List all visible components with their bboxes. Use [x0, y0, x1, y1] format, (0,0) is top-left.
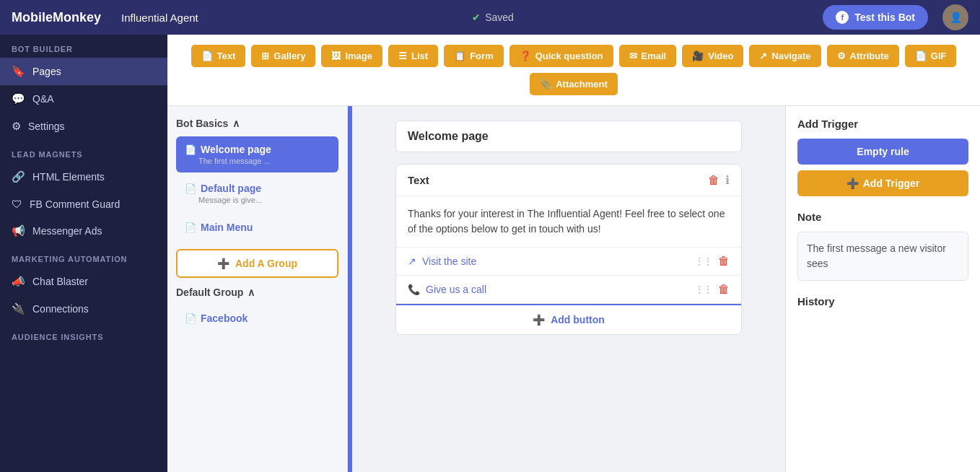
main-layout: BOT BUILDER 🔖 Pages 💬 Q&A ⚙ Settings LEA…	[0, 0, 980, 472]
facebook-page-name: 📄 Facebook	[185, 313, 330, 324]
connections-icon: 🔌	[12, 302, 25, 315]
welcome-page-sub: The first message ...	[185, 157, 330, 165]
chat-buttons-list: ↗ Visit the site ⋮⋮ 🗑 📞 Give us	[396, 248, 741, 304]
facebook-page-icon: 📄	[185, 313, 196, 324]
default-group-chevron: ∧	[248, 287, 255, 298]
default-group-header: Default Group ∧	[176, 287, 338, 298]
visit-site-left: ↗ Visit the site	[408, 255, 476, 267]
tool-form-button[interactable]: 📋Form	[444, 45, 504, 67]
fb-guard-icon: 🛡	[12, 198, 22, 210]
page-item-main-menu[interactable]: 📄 Main Menu	[176, 214, 338, 240]
chat-card-actions: 🗑 ℹ	[708, 173, 730, 187]
tool-qq-icon: ❓	[520, 51, 531, 61]
tool-gif-icon: 📄	[915, 51, 927, 61]
tool-email-button[interactable]: ✉Email	[619, 45, 677, 67]
sidebar-item-chat-blaster-label: Chat Blaster	[32, 276, 88, 287]
pages-icon: 🔖	[12, 65, 25, 78]
tool-email-icon: ✉	[629, 51, 637, 61]
right-panel: Add Trigger Empty rule ➕ Add Trigger Not…	[785, 106, 980, 472]
bot-basics-header: Bot Basics ∧	[176, 118, 338, 129]
sidebar-item-settings-label: Settings	[28, 121, 65, 132]
trigger-title: Add Trigger	[797, 118, 968, 130]
sidebar-item-chat-blaster[interactable]: 📣 Chat Blaster	[0, 268, 167, 295]
trigger-section: Add Trigger Empty rule ➕ Add Trigger	[797, 118, 968, 196]
tool-attribute-button[interactable]: ⚙Attribute	[827, 45, 899, 67]
tool-image-button[interactable]: 🖼Image	[321, 45, 382, 67]
sidebar-section-lead-magnets: LEAD MAGNETS	[0, 140, 167, 163]
tool-navigate-button[interactable]: ↗Navigate	[749, 45, 821, 67]
check-icon: ✔	[472, 12, 481, 23]
add-button-row[interactable]: ➕ Add button	[396, 304, 741, 334]
sidebar-item-connections[interactable]: 🔌 Connections	[0, 295, 167, 323]
chat-panel: Welcome page Text 🗑 ℹ Thanks for your in…	[352, 106, 785, 472]
note-title: Note	[797, 211, 968, 223]
text-label: Text	[408, 174, 429, 186]
tool-quick-question-button[interactable]: ❓Quick question	[509, 45, 613, 67]
tool-attachment-icon: 📎	[540, 79, 551, 89]
sidebar-item-qa-label: Q&A	[32, 93, 54, 105]
sidebar-section-marketing: MARKETING AUTOMATION	[0, 245, 167, 268]
drag-handle-1[interactable]: ⋮⋮	[695, 256, 712, 266]
tool-attachment-button[interactable]: 📎Attachment	[530, 73, 618, 95]
tool-text-button[interactable]: 📄Text	[191, 45, 246, 67]
tool-image-icon: 🖼	[331, 51, 341, 61]
sidebar-item-html-elements[interactable]: 🔗 HTML Elements	[0, 163, 167, 191]
sidebar-item-pages[interactable]: 🔖 Pages	[0, 58, 167, 85]
give-call-left: 📞 Give us a call	[408, 284, 486, 295]
top-nav: MobileMonkey Influential Agent ✔ Saved f…	[0, 0, 980, 35]
sidebar-item-messenger-ads[interactable]: 📢 Messenger Ads	[0, 217, 167, 245]
delete-give-call-button[interactable]: 🗑	[718, 283, 730, 296]
messenger-ads-icon: 📢	[12, 224, 25, 237]
note-box[interactable]: The first message a new visitor sees	[797, 232, 968, 281]
sidebar: BOT BUILDER 🔖 Pages 💬 Q&A ⚙ Settings LEA…	[0, 35, 167, 472]
sidebar-item-settings[interactable]: ⚙ Settings	[0, 113, 167, 140]
tool-attribute-icon: ⚙	[837, 51, 846, 61]
agent-title: Influential Agent	[121, 12, 458, 24]
default-page-name: 📄 Default page	[185, 183, 330, 194]
sidebar-section-bot-builder: BOT BUILDER	[0, 35, 167, 58]
tool-list-icon: ☰	[398, 51, 407, 61]
chat-button-give-call: 📞 Give us a call ⋮⋮ 🗑	[396, 276, 741, 304]
sidebar-item-messenger-ads-label: Messenger Ads	[32, 225, 102, 237]
page-item-facebook[interactable]: 📄 Facebook	[176, 305, 338, 331]
add-button-label: Add button	[551, 314, 605, 325]
tool-form-icon: 📋	[454, 51, 465, 61]
test-bot-button[interactable]: f Test this Bot	[823, 5, 928, 30]
tool-list-button[interactable]: ☰List	[388, 45, 438, 67]
add-group-button[interactable]: ➕ Add A Group	[176, 249, 338, 278]
tool-gif-button[interactable]: 📄GIF	[905, 45, 957, 67]
give-call-actions: ⋮⋮ 🗑	[695, 283, 730, 296]
visit-site-icon: ↗	[408, 255, 416, 267]
drag-handle-2[interactable]: ⋮⋮	[695, 284, 712, 294]
avatar[interactable]: 👤	[942, 4, 968, 30]
bot-basics-label: Bot Basics	[176, 118, 228, 129]
html-icon: 🔗	[12, 170, 25, 183]
info-button[interactable]: ℹ	[725, 173, 730, 187]
give-call-icon: 📞	[408, 284, 420, 295]
fb-icon: f	[836, 11, 849, 24]
page-item-default[interactable]: 📄 Default page Message is give...	[176, 175, 338, 211]
tool-video-button[interactable]: 🎥Video	[682, 45, 743, 67]
chat-message-text[interactable]: Thanks for your interest in The Influent…	[396, 196, 741, 248]
empty-rule-button[interactable]: Empty rule	[797, 139, 968, 165]
sidebar-section-audience: AUDIENCE INSIGHTS	[0, 323, 167, 346]
sidebar-item-connections-label: Connections	[32, 303, 89, 315]
sidebar-item-qa[interactable]: 💬 Q&A	[0, 85, 167, 113]
visit-site-label: Visit the site	[422, 255, 476, 267]
page-item-welcome[interactable]: 📄 Welcome page The first message ...	[176, 136, 338, 172]
default-page-icon: 📄	[185, 183, 196, 194]
delete-visit-site-button[interactable]: 🗑	[718, 255, 730, 268]
visit-site-actions: ⋮⋮ 🗑	[695, 255, 730, 268]
saved-status: ✔ Saved	[472, 12, 808, 23]
tool-text-icon: 📄	[201, 51, 213, 61]
main-menu-page-name: 📄 Main Menu	[185, 222, 330, 233]
tool-gallery-button[interactable]: ⊞Gallery	[251, 45, 315, 67]
add-trigger-plus-icon: ➕	[846, 178, 859, 189]
add-trigger-button[interactable]: ➕ Add Trigger	[797, 170, 968, 196]
tool-gallery-icon: ⊞	[261, 51, 269, 61]
delete-text-button[interactable]: 🗑	[708, 174, 719, 187]
toolbar: 📄Text ⊞Gallery 🖼Image ☰List 📋Form ❓Quick…	[167, 35, 980, 106]
sidebar-item-html-label: HTML Elements	[32, 171, 105, 183]
welcome-page-icon: 📄	[185, 144, 196, 155]
sidebar-item-fb-comment-guard[interactable]: 🛡 FB Comment Guard	[0, 191, 167, 217]
